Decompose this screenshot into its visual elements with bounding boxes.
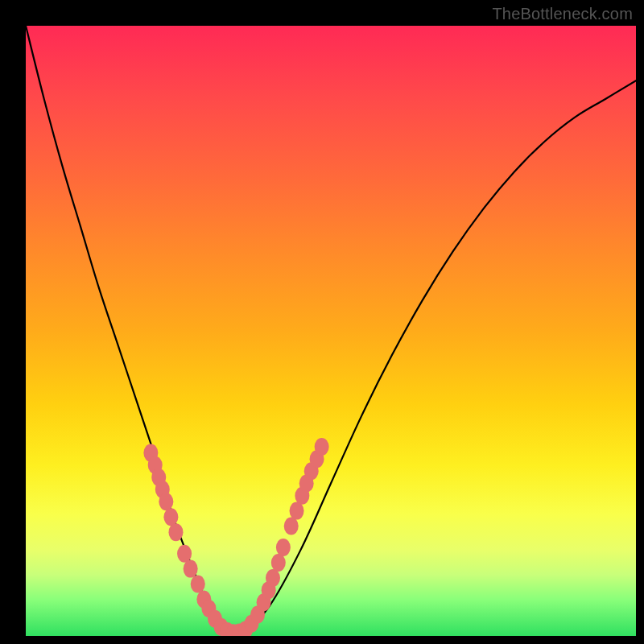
markers-group [143,438,328,636]
data-marker [290,502,304,520]
chart-svg [26,26,636,636]
data-marker [168,523,183,541]
data-marker [284,518,299,535]
data-marker [191,576,205,593]
data-marker [159,493,173,510]
chart-frame: TheBottleneck.com [0,0,644,644]
data-marker [266,569,280,587]
watermark-text: TheBottleneck.com [492,5,633,23]
data-marker [315,438,329,456]
data-marker [163,508,178,526]
plot-area [26,26,636,636]
data-marker [271,554,286,572]
bottleneck-curve [26,26,636,634]
data-marker [276,539,291,556]
data-marker [177,545,192,563]
data-marker [184,560,198,578]
